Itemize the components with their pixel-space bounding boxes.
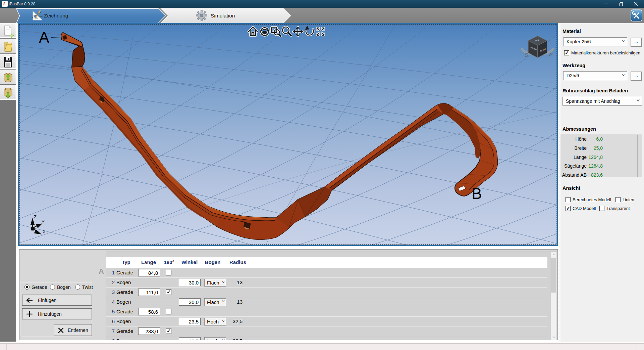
svg-text:Simulation: Simulation xyxy=(211,13,235,18)
svg-text:Zeichnung: Zeichnung xyxy=(44,13,68,18)
